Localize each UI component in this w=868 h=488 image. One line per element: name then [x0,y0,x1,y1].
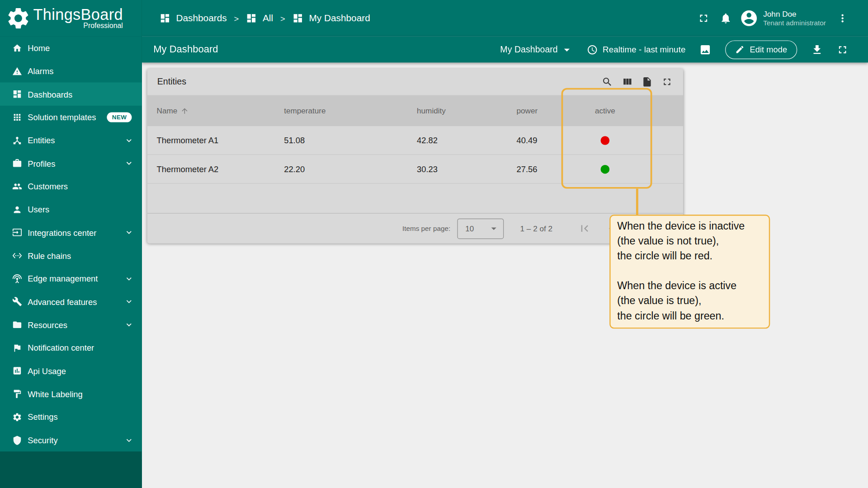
table-row[interactable]: Thermometer A151.0842.8240.49 [147,126,683,155]
column-header-label: power [516,106,538,115]
table-export-button[interactable] [639,74,656,90]
briefcase-icon [12,159,22,169]
toolbar-fullscreen-button[interactable] [831,38,854,61]
sidebar-item-settings[interactable]: Settings [0,406,142,429]
sidebar-item-entities[interactable]: Entities [0,129,142,152]
first-page-button[interactable] [577,221,592,236]
sidebar-item-label: Alarms [28,66,53,76]
column-header-name[interactable]: Name [157,106,284,115]
sidebar-item-label: Settings [28,413,57,422]
sidebar-item-label: Solution templates [28,113,96,122]
sidebar-item-label: Api Usage [28,366,66,376]
caret-down-icon [560,43,573,56]
logo-title: ThingsBoard [33,7,123,23]
sidebar-item-dashboards[interactable]: Dashboards [0,83,142,106]
chevron-down-icon [124,320,134,330]
cell-active [561,136,649,145]
sidebar-item-label: Integrations center [28,228,96,237]
entities-widget: Entities Nametemperaturehumid [147,69,683,244]
notifications-button[interactable] [714,7,736,29]
column-header-power[interactable]: power [516,106,561,115]
widget-actions [599,74,675,90]
sidebar-item-notification-center[interactable]: Notification center [0,336,142,359]
user-name: John Doe [763,9,826,19]
sidebar-item-label: Notification center [28,343,94,353]
sidebar-item-security[interactable]: Security [0,429,142,452]
fullscreen-icon [836,43,849,56]
breadcrumb-separator: > [280,14,285,23]
table-search-button[interactable] [599,74,616,90]
breadcrumb-item-my-dashboard[interactable]: My Dashboard [292,13,370,23]
thingsboard-app: ThingsBoard Professional HomeAlarmsDashb… [0,0,868,488]
items-per-page-label: Items per page: [402,225,450,232]
column-header-label: temperature [284,106,326,115]
avatar[interactable] [736,7,761,29]
sidebar-item-alarms[interactable]: Alarms [0,60,142,83]
items-per-page-select[interactable]: 10 [457,218,504,239]
column-header-label: active [595,106,615,115]
download-button[interactable] [806,38,828,61]
table-row[interactable]: Thermometer A222.2030.2327.56 [147,155,683,184]
breadcrumb-item-all[interactable]: All [246,13,273,23]
sidebar-item-customers[interactable]: Customers [0,175,142,198]
image-icon [699,43,712,56]
fullscreen-icon [698,12,710,24]
sidebar-item-label: Entities [28,136,55,145]
breadcrumb-label: Dashboards [176,13,226,23]
chevron-down-icon [124,136,134,145]
sidebar-item-users[interactable]: Users [0,198,142,221]
sidebar-item-label: Resources [28,320,67,329]
thingsboard-logo[interactable]: ThingsBoard Professional [0,0,142,37]
items-per-page-value: 10 [465,224,474,233]
sidebar-item-edge-management[interactable]: Edge management [0,267,142,290]
sidebar-item-rule-chains[interactable]: Rule chains [0,244,142,267]
edit-mode-button[interactable]: Edit mode [726,40,797,59]
column-header-temperature[interactable]: temperature [284,106,417,115]
chevron-down-icon [124,228,134,238]
more-menu-button[interactable] [831,7,854,29]
user-info[interactable]: John Doe Tenant administrator [763,9,826,27]
input-icon [12,228,22,238]
sidebar-item-white-labeling[interactable]: White Labeling [0,383,142,406]
top-header: Dashboards>All>My Dashboard John Doe Ten… [142,0,868,37]
sidebar-item-solution-templates[interactable]: Solution templatesNEW [0,106,142,129]
cell-name: Thermometer A1 [157,136,284,145]
column-header-humidity[interactable]: humidity [417,106,516,115]
table-columns-button[interactable] [619,74,636,90]
sort-arrow-icon [181,107,189,115]
annotation-connector-line [636,189,638,216]
widget-header: Entities [147,69,683,95]
table-pagination: Items per page: 10 1 – 2 of 2 [147,213,683,243]
more-vert-icon [836,12,849,24]
thingsboard-logo-icon [5,5,31,31]
sidebar-item-integrations-center[interactable]: Integrations center [0,221,142,244]
caret-down-icon [487,222,500,235]
clock-icon [586,44,597,55]
fullscreen-icon [661,76,672,87]
sidebar-item-resources[interactable]: Resources [0,313,142,336]
pagination-range: 1 – 2 of 2 [520,224,552,233]
ethernet-icon [12,251,22,261]
sidebar-item-home[interactable]: Home [0,37,142,60]
timewindow-button[interactable]: Realtime - last minute [581,44,691,55]
breadcrumb-item-dashboards[interactable]: Dashboards [160,13,227,23]
sidebar-item-advanced-features[interactable]: Advanced features [0,290,142,313]
flag-icon [12,343,22,353]
cell-temperature: 51.08 [284,136,417,145]
sidebar-item-api-usage[interactable]: Api Usage [0,359,142,382]
annotation-callout: When the device is inactive (the value i… [609,215,770,328]
sidebar-item-profiles[interactable]: Profiles [0,152,142,175]
device-hub-icon [12,136,22,145]
dashboard-image-button[interactable] [694,38,717,61]
column-header-active[interactable]: active [561,106,649,115]
widget-fullscreen-button[interactable] [659,74,675,90]
timewindow-label: Realtime - last minute [603,45,686,55]
sidebar-item-label: Customers [28,182,68,191]
topbar-actions: John Doe Tenant administrator [693,7,854,29]
dashboard-select[interactable]: My Dashboard [496,43,578,56]
chevron-down-icon [124,297,134,307]
chevron-down-icon [124,159,134,169]
sidebar-nav: HomeAlarmsDashboardsSolution templatesNE… [0,37,142,452]
fullscreen-button[interactable] [693,7,715,29]
sidebar-item-label: Edge management [28,274,98,283]
